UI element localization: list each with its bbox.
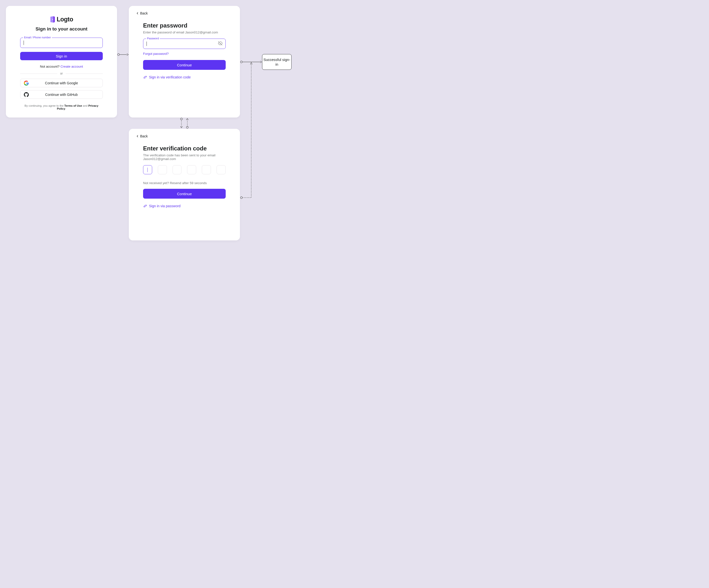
brand-logo: Logto bbox=[50, 16, 73, 23]
arrow-code-to-success bbox=[240, 62, 255, 199]
toggle-password-visibility-icon[interactable] bbox=[218, 41, 223, 47]
continue-github-button[interactable]: Continue with GitHub bbox=[20, 90, 103, 99]
signin-via-password-link[interactable]: Sign in via password bbox=[143, 204, 226, 208]
arrow-signin-to-password bbox=[117, 53, 129, 57]
otp-cell-6[interactable] bbox=[217, 165, 226, 174]
password-card: Back Enter password Enter the password o… bbox=[129, 6, 240, 117]
create-account-link[interactable]: Create account bbox=[60, 65, 83, 68]
password-continue-button[interactable]: Continue bbox=[143, 60, 226, 70]
chevron-left-icon bbox=[136, 134, 139, 138]
terms-of-use-link[interactable]: Terms of Use bbox=[64, 104, 82, 107]
resend-text: Not received yet? Resend after 59 second… bbox=[143, 181, 226, 185]
otp-input-row bbox=[143, 165, 226, 174]
otp-cell-2[interactable] bbox=[158, 165, 167, 174]
google-icon bbox=[24, 81, 29, 85]
logto-icon bbox=[50, 16, 55, 23]
success-node: Successful sign-in bbox=[262, 54, 292, 70]
github-icon bbox=[24, 92, 29, 97]
swap-icon bbox=[143, 75, 147, 79]
chevron-left-icon bbox=[136, 11, 139, 15]
code-title: Enter verification code bbox=[143, 145, 226, 152]
password-label: Password bbox=[146, 37, 160, 40]
password-subtitle: Enter the password of email Jason012@gma… bbox=[143, 30, 226, 34]
arrow-password-code-bidirectional bbox=[179, 117, 190, 129]
back-button[interactable]: Back bbox=[136, 11, 233, 15]
code-continue-button[interactable]: Continue bbox=[143, 189, 226, 198]
forgot-password-link[interactable]: Forgot password? bbox=[143, 52, 169, 56]
otp-cell-3[interactable] bbox=[173, 165, 182, 174]
create-account-row: Not account? Create account bbox=[40, 65, 83, 68]
otp-cell-4[interactable] bbox=[187, 165, 196, 174]
svg-point-1 bbox=[117, 54, 120, 56]
signin-title: Sign in to your account bbox=[35, 26, 87, 32]
signin-card: Logto Sign in to your account Email / Ph… bbox=[6, 6, 117, 117]
or-divider: or bbox=[20, 72, 103, 75]
svg-rect-0 bbox=[52, 19, 53, 20]
identifier-label: Email / Phone number bbox=[23, 36, 52, 39]
password-field[interactable]: Password bbox=[143, 38, 226, 49]
verification-code-card: Back Enter verification code The verific… bbox=[129, 129, 240, 240]
identifier-field[interactable]: Email / Phone number bbox=[20, 37, 103, 48]
continue-google-button[interactable]: Continue with Google bbox=[20, 79, 103, 87]
back-button[interactable]: Back bbox=[136, 134, 233, 138]
svg-point-9 bbox=[240, 197, 242, 198]
swap-icon bbox=[143, 204, 147, 208]
password-title: Enter password bbox=[143, 22, 226, 29]
svg-point-7 bbox=[186, 126, 188, 128]
signin-button[interactable]: Sign in bbox=[20, 52, 103, 60]
signin-via-code-link[interactable]: Sign in via verification code bbox=[143, 75, 226, 79]
svg-point-5 bbox=[180, 118, 182, 120]
terms-text: By continuing, you agree to the Terms of… bbox=[20, 104, 103, 110]
brand-name: Logto bbox=[57, 16, 73, 23]
otp-cell-5[interactable] bbox=[202, 165, 211, 174]
otp-cell-1[interactable] bbox=[143, 165, 152, 174]
code-subtitle: The verification code has been sent to y… bbox=[143, 153, 226, 161]
